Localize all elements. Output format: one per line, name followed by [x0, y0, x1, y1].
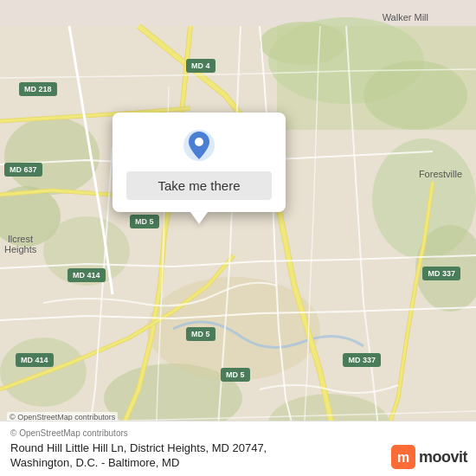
map-background — [0, 0, 476, 476]
moovit-logo: m moovit — [391, 445, 467, 469]
road-badge-md637: MD 637 — [4, 163, 42, 177]
osm-attribution-bottom: © OpenStreetMap contributors — [10, 428, 466, 438]
road-badge-md4: MD 4 — [186, 59, 215, 73]
moovit-brand-text: moovit — [419, 448, 467, 466]
area-label-hillcrest: llcrestHeights — [4, 234, 36, 254]
take-me-there-button[interactable]: Take me there — [126, 171, 272, 200]
location-pin-icon — [182, 128, 216, 163]
road-badge-md218: MD 218 — [19, 82, 57, 96]
road-badge-md5-top: MD 5 — [130, 215, 159, 228]
location-popup: Take me there — [113, 113, 286, 212]
svg-rect-4 — [277, 26, 476, 130]
road-badge-md337-right: MD 337 — [422, 267, 460, 280]
road-badge-md414-mid: MD 414 — [68, 268, 106, 282]
area-label-forestville: Forestville — [419, 169, 462, 179]
road-badge-md5-bot2: MD 5 — [221, 368, 250, 382]
svg-point-15 — [195, 138, 203, 146]
area-label-walker-mill: Walker Mill — [383, 12, 428, 23]
moovit-brand-icon: m — [391, 445, 415, 469]
road-badge-md5-bot: MD 5 — [186, 327, 215, 341]
svg-text:m: m — [397, 450, 409, 465]
map-container: Walker Mill Forestville llcrestHeights M… — [0, 0, 476, 476]
road-badge-md414-bot: MD 414 — [16, 353, 54, 367]
road-badge-md337-bot: MD 337 — [343, 353, 381, 367]
